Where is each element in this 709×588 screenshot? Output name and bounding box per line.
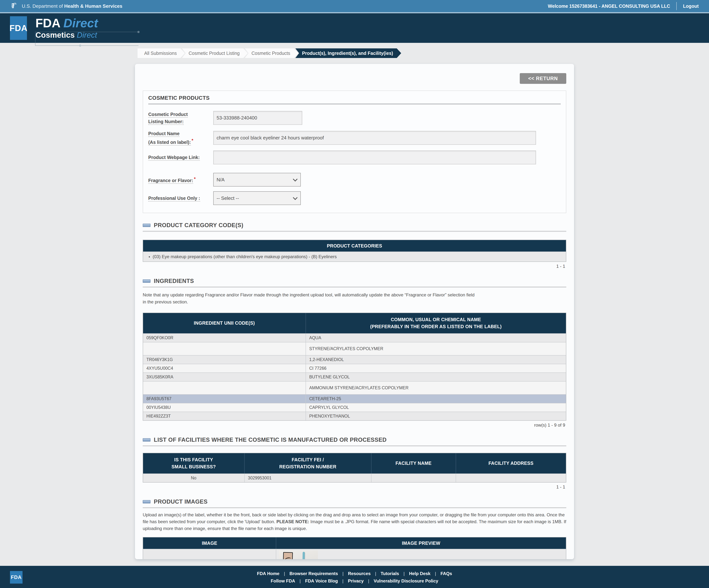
product-image-preview [279, 550, 318, 559]
chemical-name-column-header: COMMON, USUAL OR CHEMICAL NAME (PREFERAB… [306, 313, 566, 333]
collapse-icon[interactable] [143, 438, 151, 441]
cosmetic-products-panel: COSMETIC PRODUCTS Cosmetic Product Listi… [143, 91, 566, 213]
image-column-header: IMAGE [143, 537, 276, 549]
footer-links-row-2: Follow FDA | FDA Voice Blog | Privacy | … [266, 579, 443, 584]
professional-use-row: Professional Use Only : -- Select -- [148, 191, 561, 205]
hhs-department-text: U.S. Department of Health & Human Servic… [22, 3, 123, 9]
facility-row: No 3029953001 [143, 474, 566, 482]
section-rule [143, 445, 566, 446]
webpage-link-label: Product Webpage Link: [148, 154, 213, 161]
category-row: (03) Eye makeup preparations (other than… [143, 252, 566, 261]
breadcrumb-all-submissions[interactable]: All Submissions [137, 48, 185, 58]
listing-number-input[interactable] [213, 111, 302, 125]
brand-header: FDA FDA Direct Cosmetics Direct [0, 13, 709, 43]
webpage-link-row: Product Webpage Link: [148, 151, 561, 164]
facility-address-column-header: FACILITY ADDRESS [456, 453, 566, 474]
footer-link-privacy[interactable]: Privacy [343, 579, 368, 584]
ingredient-row[interactable]: 3XUS85K0RA BUTYLENE GLYCOL [143, 373, 566, 381]
title-rule [148, 104, 561, 104]
ingredient-row[interactable]: TR046Y3K1G 1,2-HEXANEDIOL [143, 355, 566, 364]
facilities-section-title: LIST OF FACILITIES WHERE THE COSMETIC IS… [154, 437, 387, 443]
footer-link-fda-voice-blog[interactable]: FDA Voice Blog [301, 579, 342, 584]
product-name-input[interactable] [213, 131, 536, 145]
professional-use-select[interactable]: -- Select -- [213, 191, 301, 205]
fragrance-row: Fragrance or Flavor:* N/A [148, 173, 561, 186]
fda-logo: FDA [10, 16, 27, 40]
product-name-label: Product Name (As listed on label):* [148, 130, 213, 146]
app-subtitle: Cosmetics Direct [35, 31, 98, 40]
section-rule [143, 507, 566, 508]
footer-links-row-1: FDA Home | Browser Requirements | Resour… [253, 571, 456, 576]
collapse-icon[interactable] [143, 224, 151, 227]
footer-link-vulnerability-disclosure[interactable]: Vulnerability Disclosure Policy [369, 579, 443, 584]
footer-link-help-desk[interactable]: Help Desk [404, 571, 435, 576]
product-images-table: IMAGE IMAGE PREVIEW .jpg [143, 537, 566, 559]
government-topbar: U.S. Department of Health & Human Servic… [0, 0, 709, 12]
section-rule [143, 231, 566, 232]
breadcrumb-cosmetic-product-listing[interactable]: Cosmetic Product Listing [182, 48, 248, 58]
ingredient-row[interactable]: 4XYU5U00C4 CI 77266 [143, 364, 566, 373]
required-asterisk: * [192, 138, 193, 143]
product-categories-header: PRODUCT CATEGORIES [143, 240, 566, 252]
footer-link-follow-fda[interactable]: Follow FDA [266, 579, 299, 584]
footer-link-fda-home[interactable]: FDA Home [253, 571, 284, 576]
product-categories-table: PRODUCT CATEGORIES (03) Eye makeup prepa… [143, 240, 566, 262]
return-button[interactable]: << RETURN [520, 73, 566, 84]
categories-pagination: 1 - 1 [143, 264, 566, 269]
collapse-icon[interactable] [143, 279, 151, 283]
ingredient-row[interactable]: 059QF0KO0R AQUA [143, 333, 566, 342]
footer-link-tutorials[interactable]: Tutorials [376, 571, 403, 576]
footer-link-browser-requirements[interactable]: Browser Requirements [285, 571, 342, 576]
eyeliner-box-image [283, 552, 293, 559]
footer-link-resources[interactable]: Resources [344, 571, 375, 576]
small-business-column-header: IS THIS FACILITY SMALL BUSINESS? [143, 453, 245, 474]
product-images-note: Upload an image(s) of the label, whether… [143, 511, 566, 532]
page-footer: FDA FDA Home | Browser Requirements | Re… [0, 566, 709, 588]
section-rule [143, 287, 566, 287]
breadcrumb: All Submissions Cosmetic Product Listing… [135, 48, 574, 58]
required-asterisk: * [194, 176, 195, 181]
app-title: FDA Direct [35, 17, 98, 29]
ingredient-row[interactable]: HIE492ZZ3T PHENOXYETHANOL [143, 412, 566, 420]
product-category-section-title: PRODUCT CATEGORY CODE(S) [154, 222, 243, 229]
ingredient-row-selected[interactable]: 8FA93U5T67 CETEARETH-25 [143, 394, 566, 403]
unii-code-column-header: INGREDIENT UNII CODE(S) [143, 313, 306, 333]
hhs-eagle-icon [10, 2, 19, 10]
chevron-down-icon [293, 196, 297, 200]
welcome-account-text: Welcome 15267383641 - ANGEL CONSULTING U… [548, 3, 676, 9]
image-row: .jpg [143, 549, 566, 559]
facilities-table: IS THIS FACILITY SMALL BUSINESS? FACILIT… [143, 453, 566, 483]
ingredients-table: INGREDIENT UNII CODE(S) COMMON, USUAL OR… [143, 313, 566, 421]
ingredient-row[interactable]: AMMONIUM STYRENE/ACRYLATES COPOLYMER [143, 381, 566, 394]
ingredients-note: Note that any update regarding Fragrance… [143, 291, 566, 305]
listing-number-label: Cosmetic Product Listing Number: [148, 111, 213, 125]
fragrance-label: Fragrance or Flavor:* [148, 175, 213, 184]
ingredient-row[interactable]: 00YIU5438U CAPRYLYL GLYCOL [143, 403, 566, 412]
ingredients-section-title: INGREDIENTS [154, 278, 194, 284]
logout-link[interactable]: Logout [677, 3, 699, 9]
image-preview-column-header: IMAGE PREVIEW [276, 537, 566, 549]
main-content-card: << RETURN COSMETIC PRODUCTS Cosmetic Pro… [135, 64, 574, 559]
facilities-pagination: 1 - 1 [143, 484, 566, 490]
ingredient-row[interactable]: STYRENE/ACRYLATES COPOLYMER [143, 342, 566, 355]
fragrance-select[interactable]: N/A [213, 173, 301, 186]
breadcrumb-cosmetic-products[interactable]: Cosmetic Products [245, 48, 298, 58]
footer-link-faqs[interactable]: FAQs [436, 571, 456, 576]
chevron-down-icon [293, 177, 297, 182]
fei-column-header: FACILITY FEI / REGISTRATION NUMBER [245, 453, 371, 474]
eyeliner-pen-image [302, 552, 305, 559]
breadcrumb-products-ingredients-facilities[interactable]: Product(s), Ingredient(s), and Facility(… [295, 48, 401, 58]
webpage-link-input[interactable] [213, 151, 536, 164]
listing-number-row: Cosmetic Product Listing Number: [148, 111, 561, 125]
professional-use-label: Professional Use Only : [148, 195, 213, 202]
collapse-icon[interactable] [143, 500, 151, 504]
product-name-row: Product Name (As listed on label):* [148, 130, 561, 146]
cosmetic-products-title: COSMETIC PRODUCTS [148, 95, 561, 104]
facility-name-column-header: FACILITY NAME [371, 453, 456, 474]
ingredients-pagination: row(s) 1 - 9 of 9 [143, 423, 566, 428]
product-images-section-title: PRODUCT IMAGES [154, 498, 208, 505]
